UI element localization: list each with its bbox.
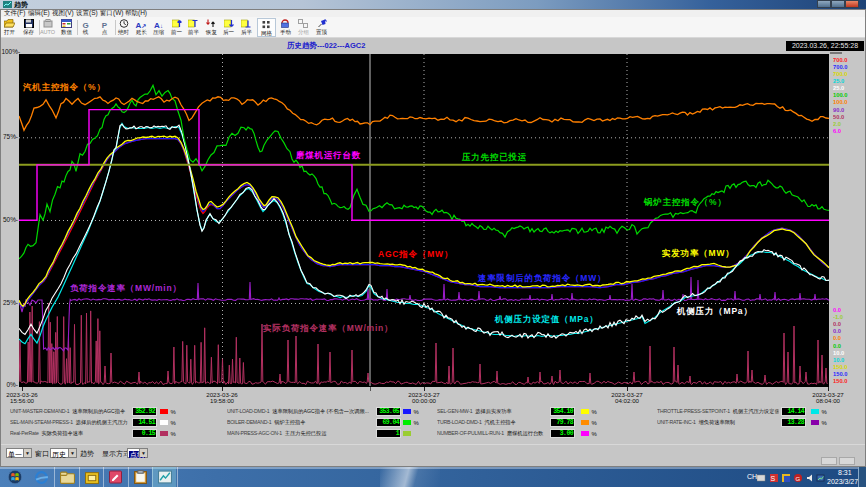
svg-text:负荷指令速率（MW/min）: 负荷指令速率（MW/min） [70, 283, 182, 293]
svg-text:汽机主控指令（%）: 汽机主控指令（%） [22, 82, 106, 92]
svg-text:速率限制后的负荷指令（MW）: 速率限制后的负荷指令（MW） [477, 273, 606, 283]
svg-text:机侧压力（MPa）: 机侧压力（MPa） [676, 306, 753, 316]
svg-text:实发功率（MW）: 实发功率（MW） [662, 248, 735, 258]
svg-text:实际负荷指令速率（MW/min）: 实际负荷指令速率（MW/min） [263, 323, 393, 333]
svg-text:机侧压力设定值（MPa）: 机侧压力设定值（MPa） [494, 314, 599, 324]
svg-text:AGC指令（MW）: AGC指令（MW） [378, 249, 453, 259]
svg-text:磨煤机运行台数: 磨煤机运行台数 [295, 150, 361, 160]
svg-text:G: G [796, 476, 801, 482]
svg-text:S: S [771, 475, 776, 482]
svg-text:压力先控已投运: 压力先控已投运 [461, 152, 527, 162]
svg-text:锅炉主控指令（%）: 锅炉主控指令（%） [643, 197, 727, 207]
